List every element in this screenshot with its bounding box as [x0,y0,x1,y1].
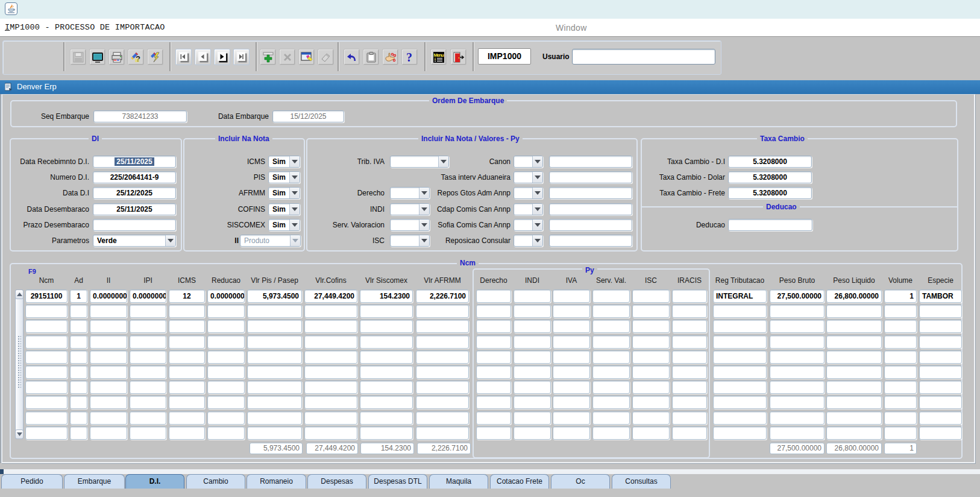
svg-text:Menu: Menu [434,52,444,58]
svg-text:?: ? [406,51,412,63]
